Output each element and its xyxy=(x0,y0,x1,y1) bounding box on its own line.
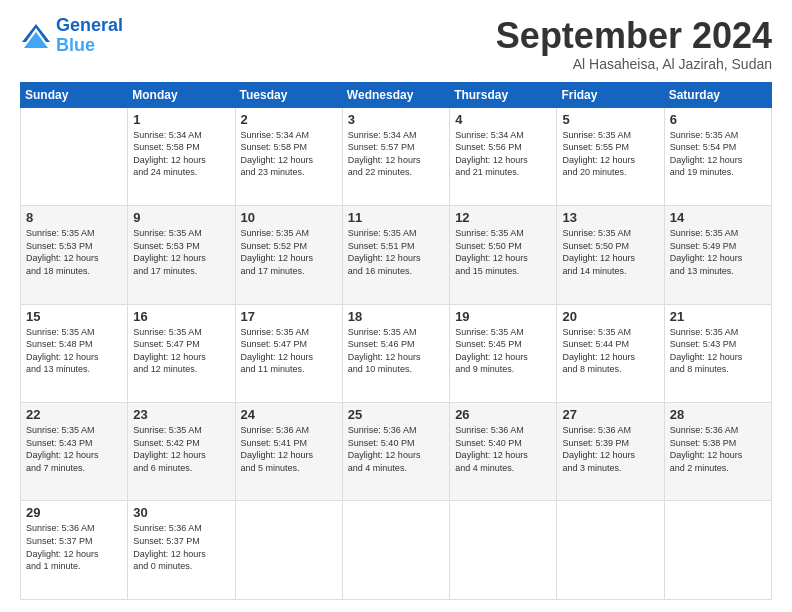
cell-content: Sunrise: 5:35 AM Sunset: 5:43 PM Dayligh… xyxy=(26,424,122,474)
table-cell: 11Sunrise: 5:35 AM Sunset: 5:51 PM Dayli… xyxy=(342,206,449,304)
table-cell: 23Sunrise: 5:35 AM Sunset: 5:42 PM Dayli… xyxy=(128,403,235,501)
cell-content: Sunrise: 5:35 AM Sunset: 5:50 PM Dayligh… xyxy=(455,227,551,277)
cell-content: Sunrise: 5:36 AM Sunset: 5:40 PM Dayligh… xyxy=(455,424,551,474)
cell-content: Sunrise: 5:35 AM Sunset: 5:47 PM Dayligh… xyxy=(241,326,337,376)
col-friday: Friday xyxy=(557,82,664,107)
day-number: 17 xyxy=(241,309,337,324)
cell-content: Sunrise: 5:35 AM Sunset: 5:53 PM Dayligh… xyxy=(133,227,229,277)
table-cell: 26Sunrise: 5:36 AM Sunset: 5:40 PM Dayli… xyxy=(450,403,557,501)
table-cell: 14Sunrise: 5:35 AM Sunset: 5:49 PM Dayli… xyxy=(664,206,771,304)
table-cell: 2Sunrise: 5:34 AM Sunset: 5:58 PM Daylig… xyxy=(235,107,342,205)
table-cell: 1Sunrise: 5:34 AM Sunset: 5:58 PM Daylig… xyxy=(128,107,235,205)
cell-content: Sunrise: 5:34 AM Sunset: 5:58 PM Dayligh… xyxy=(133,129,229,179)
day-number: 25 xyxy=(348,407,444,422)
cell-content: Sunrise: 5:35 AM Sunset: 5:48 PM Dayligh… xyxy=(26,326,122,376)
day-number: 4 xyxy=(455,112,551,127)
page: General Blue September 2024 Al Hasaheisa… xyxy=(0,0,792,612)
logo: General Blue xyxy=(20,16,123,56)
table-cell: 30Sunrise: 5:36 AM Sunset: 5:37 PM Dayli… xyxy=(128,501,235,600)
cell-content: Sunrise: 5:35 AM Sunset: 5:43 PM Dayligh… xyxy=(670,326,766,376)
col-wednesday: Wednesday xyxy=(342,82,449,107)
table-cell: 5Sunrise: 5:35 AM Sunset: 5:55 PM Daylig… xyxy=(557,107,664,205)
logo-general: General xyxy=(56,15,123,35)
table-cell: 13Sunrise: 5:35 AM Sunset: 5:50 PM Dayli… xyxy=(557,206,664,304)
day-number: 1 xyxy=(133,112,229,127)
day-number: 23 xyxy=(133,407,229,422)
col-thursday: Thursday xyxy=(450,82,557,107)
table-cell: 28Sunrise: 5:36 AM Sunset: 5:38 PM Dayli… xyxy=(664,403,771,501)
table-cell: 22Sunrise: 5:35 AM Sunset: 5:43 PM Dayli… xyxy=(21,403,128,501)
calendar-row: 1Sunrise: 5:34 AM Sunset: 5:58 PM Daylig… xyxy=(21,107,772,205)
table-cell: 16Sunrise: 5:35 AM Sunset: 5:47 PM Dayli… xyxy=(128,304,235,402)
day-number: 10 xyxy=(241,210,337,225)
cell-content: Sunrise: 5:36 AM Sunset: 5:37 PM Dayligh… xyxy=(133,522,229,572)
table-cell: 9Sunrise: 5:35 AM Sunset: 5:53 PM Daylig… xyxy=(128,206,235,304)
table-cell: 25Sunrise: 5:36 AM Sunset: 5:40 PM Dayli… xyxy=(342,403,449,501)
day-number: 13 xyxy=(562,210,658,225)
day-number: 30 xyxy=(133,505,229,520)
cell-content: Sunrise: 5:36 AM Sunset: 5:39 PM Dayligh… xyxy=(562,424,658,474)
calendar-row: 22Sunrise: 5:35 AM Sunset: 5:43 PM Dayli… xyxy=(21,403,772,501)
cell-content: Sunrise: 5:35 AM Sunset: 5:54 PM Dayligh… xyxy=(670,129,766,179)
day-number: 6 xyxy=(670,112,766,127)
day-number: 9 xyxy=(133,210,229,225)
table-cell: 24Sunrise: 5:36 AM Sunset: 5:41 PM Dayli… xyxy=(235,403,342,501)
logo-text: General Blue xyxy=(56,16,123,56)
table-cell xyxy=(235,501,342,600)
table-cell: 6Sunrise: 5:35 AM Sunset: 5:54 PM Daylig… xyxy=(664,107,771,205)
cell-content: Sunrise: 5:35 AM Sunset: 5:49 PM Dayligh… xyxy=(670,227,766,277)
cell-content: Sunrise: 5:35 AM Sunset: 5:50 PM Dayligh… xyxy=(562,227,658,277)
day-number: 16 xyxy=(133,309,229,324)
table-cell: 29Sunrise: 5:36 AM Sunset: 5:37 PM Dayli… xyxy=(21,501,128,600)
cell-content: Sunrise: 5:35 AM Sunset: 5:55 PM Dayligh… xyxy=(562,129,658,179)
cell-content: Sunrise: 5:34 AM Sunset: 5:56 PM Dayligh… xyxy=(455,129,551,179)
table-cell: 15Sunrise: 5:35 AM Sunset: 5:48 PM Dayli… xyxy=(21,304,128,402)
cell-content: Sunrise: 5:36 AM Sunset: 5:40 PM Dayligh… xyxy=(348,424,444,474)
day-number: 27 xyxy=(562,407,658,422)
calendar-row: 8Sunrise: 5:35 AM Sunset: 5:53 PM Daylig… xyxy=(21,206,772,304)
day-number: 19 xyxy=(455,309,551,324)
logo-blue: Blue xyxy=(56,35,95,55)
day-number: 18 xyxy=(348,309,444,324)
table-cell xyxy=(21,107,128,205)
day-number: 28 xyxy=(670,407,766,422)
table-cell: 27Sunrise: 5:36 AM Sunset: 5:39 PM Dayli… xyxy=(557,403,664,501)
title-block: September 2024 Al Hasaheisa, Al Jazirah,… xyxy=(496,16,772,72)
logo-icon xyxy=(20,22,52,50)
table-cell: 21Sunrise: 5:35 AM Sunset: 5:43 PM Dayli… xyxy=(664,304,771,402)
day-number: 12 xyxy=(455,210,551,225)
table-cell xyxy=(557,501,664,600)
day-number: 22 xyxy=(26,407,122,422)
table-cell: 17Sunrise: 5:35 AM Sunset: 5:47 PM Dayli… xyxy=(235,304,342,402)
day-number: 26 xyxy=(455,407,551,422)
table-cell xyxy=(664,501,771,600)
cell-content: Sunrise: 5:35 AM Sunset: 5:51 PM Dayligh… xyxy=(348,227,444,277)
cell-content: Sunrise: 5:36 AM Sunset: 5:41 PM Dayligh… xyxy=(241,424,337,474)
table-cell: 19Sunrise: 5:35 AM Sunset: 5:45 PM Dayli… xyxy=(450,304,557,402)
table-cell: 4Sunrise: 5:34 AM Sunset: 5:56 PM Daylig… xyxy=(450,107,557,205)
day-number: 11 xyxy=(348,210,444,225)
header-row: Sunday Monday Tuesday Wednesday Thursday… xyxy=(21,82,772,107)
cell-content: Sunrise: 5:36 AM Sunset: 5:38 PM Dayligh… xyxy=(670,424,766,474)
cell-content: Sunrise: 5:35 AM Sunset: 5:46 PM Dayligh… xyxy=(348,326,444,376)
day-number: 29 xyxy=(26,505,122,520)
day-number: 14 xyxy=(670,210,766,225)
table-cell xyxy=(450,501,557,600)
header: General Blue September 2024 Al Hasaheisa… xyxy=(20,16,772,72)
day-number: 20 xyxy=(562,309,658,324)
table-cell: 8Sunrise: 5:35 AM Sunset: 5:53 PM Daylig… xyxy=(21,206,128,304)
cell-content: Sunrise: 5:35 AM Sunset: 5:45 PM Dayligh… xyxy=(455,326,551,376)
table-cell: 20Sunrise: 5:35 AM Sunset: 5:44 PM Dayli… xyxy=(557,304,664,402)
col-sunday: Sunday xyxy=(21,82,128,107)
cell-content: Sunrise: 5:34 AM Sunset: 5:58 PM Dayligh… xyxy=(241,129,337,179)
day-number: 15 xyxy=(26,309,122,324)
table-cell: 18Sunrise: 5:35 AM Sunset: 5:46 PM Dayli… xyxy=(342,304,449,402)
location-title: Al Hasaheisa, Al Jazirah, Sudan xyxy=(496,56,772,72)
col-monday: Monday xyxy=(128,82,235,107)
cell-content: Sunrise: 5:34 AM Sunset: 5:57 PM Dayligh… xyxy=(348,129,444,179)
cell-content: Sunrise: 5:35 AM Sunset: 5:44 PM Dayligh… xyxy=(562,326,658,376)
month-title: September 2024 xyxy=(496,16,772,56)
day-number: 3 xyxy=(348,112,444,127)
table-cell: 3Sunrise: 5:34 AM Sunset: 5:57 PM Daylig… xyxy=(342,107,449,205)
cell-content: Sunrise: 5:35 AM Sunset: 5:47 PM Dayligh… xyxy=(133,326,229,376)
